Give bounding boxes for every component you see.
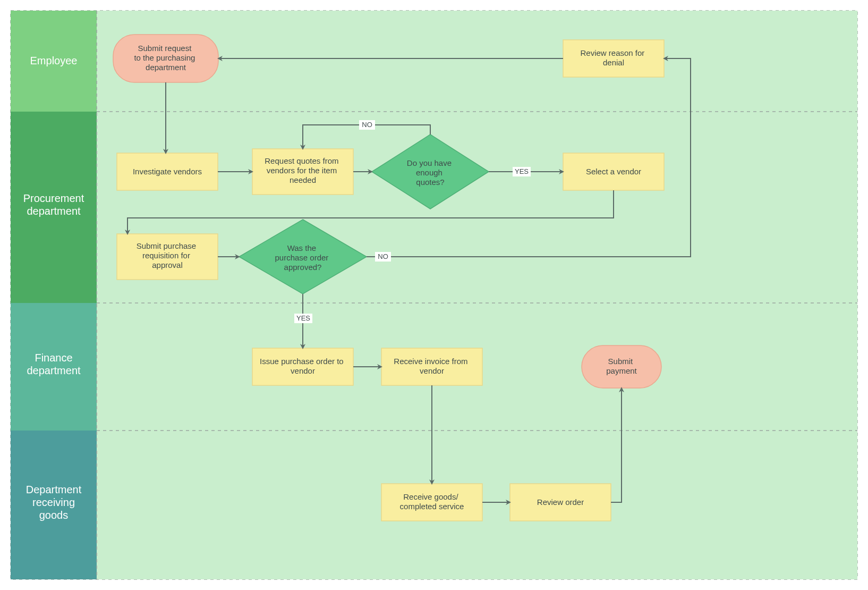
node-submit-request: Submit request to the purchasing departm… (113, 35, 218, 82)
label-yes-1: YES (515, 167, 529, 175)
node-investigate-vendors: Investigate vendors (117, 153, 218, 190)
node-select-vendor: Select a vendor (563, 153, 664, 190)
node-receive-invoice: Receive invoice from vendor (381, 348, 482, 385)
lane-label-receiving-2: receiving (32, 496, 75, 508)
svg-text:Review order: Review order (537, 498, 584, 507)
lane-label-employee: Employee (30, 55, 78, 66)
svg-text:Investigate vendors: Investigate vendors (133, 167, 202, 176)
node-review-denial: Review reason for denial (563, 40, 664, 77)
lane-label-finance-2: department (27, 365, 81, 376)
lane-label-receiving-1: Department (26, 484, 82, 495)
lane-label-receiving-3: goods (39, 509, 69, 521)
node-submit-requisition: Submit purchase requisition for approval (117, 234, 218, 280)
node-submit-payment: Submit payment (582, 345, 661, 388)
node-review-order: Review order (510, 484, 611, 521)
svg-text:Submit
      payment: Submit payment (606, 357, 637, 375)
swimlane-diagram: Employee Procurementdepartment Financede… (0, 0, 868, 590)
svg-text:Employee: Employee (30, 55, 78, 66)
node-receive-goods: Receive goods/ completed service (381, 484, 482, 521)
svg-text:Receive goods/
      completed: Receive goods/ completed service (400, 492, 464, 511)
label-yes-2: YES (296, 314, 310, 322)
label-no-1: NO (362, 121, 372, 129)
svg-text:Select a vendor: Select a vendor (586, 167, 641, 176)
node-issue-po: Issue purchase order to vendor (252, 348, 353, 385)
lane-label-procurement-2: department (27, 205, 81, 217)
node-request-quotes: Request quotes from vendors for the item… (252, 149, 353, 195)
lane-label-procurement-1: Procurement (23, 192, 84, 204)
lane-label-finance-1: Finance (35, 352, 72, 364)
label-no-2: NO (378, 252, 388, 260)
